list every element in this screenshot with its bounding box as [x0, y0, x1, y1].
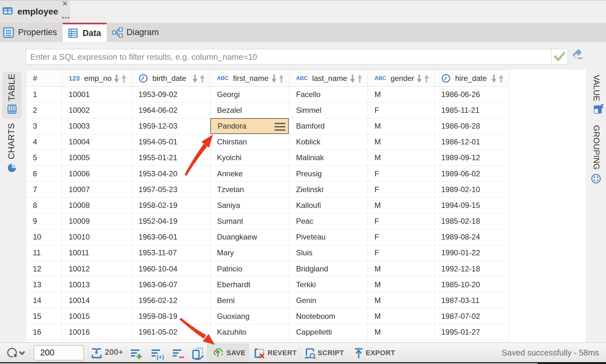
svg-text:(+): (+)	[157, 354, 164, 360]
